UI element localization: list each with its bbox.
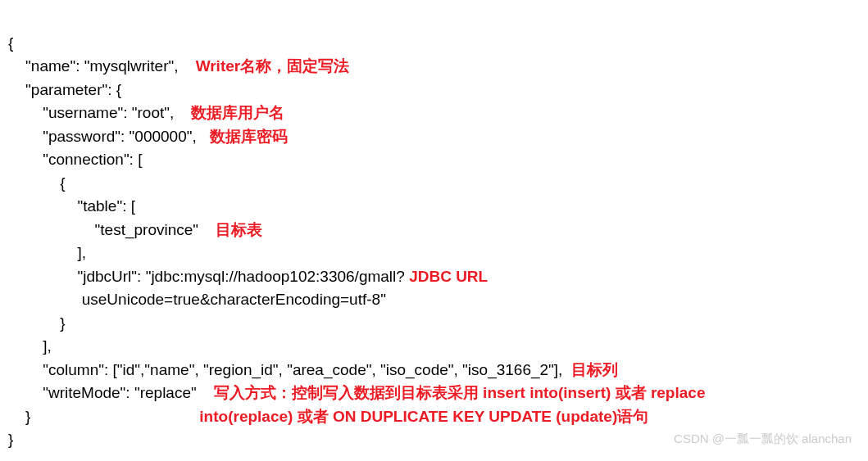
code-line: { xyxy=(8,174,66,192)
code-line: "writeMode": "replace" xyxy=(8,384,214,401)
code-line: "test_province" xyxy=(8,221,216,238)
code-line: } xyxy=(8,314,66,332)
annotation-write-mode-cont: into(replace) 或者 ON DUPLICATE KEY UPDATE… xyxy=(30,408,648,425)
annotation-write-mode: 写入方式：控制写入数据到目标表采用 insert into(insert) 或者… xyxy=(214,384,706,401)
code-block: { "name": "mysqlwriter", Writer名称，固定写法 "… xyxy=(8,8,860,452)
code-line: "connection": [ xyxy=(8,151,142,168)
code-line: "table": [ xyxy=(8,197,135,215)
annotation-writer-name: Writer名称，固定写法 xyxy=(196,57,350,75)
code-line: "password": "000000", xyxy=(8,128,210,145)
code-line: "name": "mysqlwriter", xyxy=(8,57,196,75)
code-line: ], xyxy=(8,337,52,355)
code-line: "username": "root", xyxy=(8,104,191,121)
annotation-db-username: 数据库用户名 xyxy=(191,104,284,121)
annotation-jdbc-url: JDBC URL xyxy=(409,268,488,285)
code-line: ], xyxy=(8,244,86,261)
code-line: "parameter": { xyxy=(8,81,121,98)
annotation-target-column: 目标列 xyxy=(571,361,618,378)
watermark: CSDN @一瓢一瓢的饮 alanchan xyxy=(674,430,852,449)
code-line: "jdbcUrl": "jdbc:mysql://hadoop102:3306/… xyxy=(8,268,409,285)
code-line: } xyxy=(8,408,30,425)
code-line: useUnicode=true&characterEncoding=utf-8" xyxy=(8,291,386,308)
annotation-target-table: 目标表 xyxy=(216,221,262,238)
code-line: { xyxy=(8,34,13,52)
code-line: "column": ["id","name", "region_id", "ar… xyxy=(8,361,571,378)
annotation-db-password: 数据库密码 xyxy=(210,128,288,145)
code-line: } xyxy=(8,431,13,448)
